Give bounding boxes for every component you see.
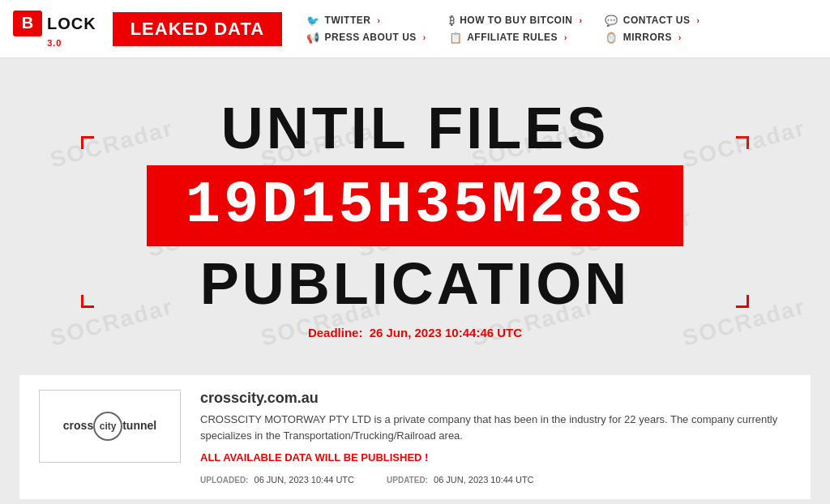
upload-meta: UPLOADED: 06 JUN, 2023 10:44 UTC — [200, 475, 354, 485]
contact-label: CONTACT US — [623, 15, 691, 26]
victim-domain: crosscity.com.au — [200, 390, 791, 407]
main-content: SOCRadarSOCRadarSOCRadarSOCRadarSOCRadar… — [0, 58, 830, 504]
press-label: PRESS ABOUT US — [325, 32, 417, 43]
nav-col-2: ₿ HOW TO BUY BITCOIN › 📋 AFFILIATE RULES… — [444, 12, 588, 46]
mirror-icon: 🪞 — [605, 32, 618, 44]
affiliate-label: AFFILIATE RULES — [467, 32, 558, 43]
nav-item-press[interactable]: 📢 PRESS ABOUT US › — [302, 29, 431, 46]
nav-item-affiliate[interactable]: 📋 AFFILIATE RULES › — [444, 29, 588, 46]
logo-text: LOCK — [47, 15, 96, 32]
updated-value: 06 JUN, 2023 10:44 UTC — [434, 475, 534, 485]
timer-box: 19D15H35M28S — [147, 165, 683, 246]
bitcoin-label: HOW TO BUY BITCOIN — [460, 15, 572, 26]
leaked-data-banner: LEAKED DATA — [113, 12, 282, 46]
bitcoin-arrow: › — [579, 16, 582, 25]
nav-col-3: 💬 CONTACT US › 🪞 MIRRORS › — [600, 12, 704, 46]
nav: 🐦 TWITTER › 📢 PRESS ABOUT US › ₿ HOW TO … — [302, 12, 817, 46]
logo-version: 3.0 — [47, 38, 62, 48]
update-meta: UPDATED: 06 JUN, 2023 10:44 UTC — [387, 475, 534, 485]
nav-col-1: 🐦 TWITTER › 📢 PRESS ABOUT US › — [302, 12, 431, 46]
chat-icon: 💬 — [605, 15, 618, 27]
logo-area: B LOCK 3.0 — [13, 11, 96, 48]
lockbit-logo-icon: B — [13, 11, 42, 36]
nav-item-mirrors[interactable]: 🪞 MIRRORS › — [600, 29, 704, 46]
updated-label: UPDATED: — [387, 476, 428, 485]
victim-meta: UPLOADED: 06 JUN, 2023 10:44 UTC UPDATED… — [200, 475, 791, 485]
twitter-icon: 🐦 — [306, 15, 320, 27]
uploaded-label: UPLOADED: — [200, 476, 248, 485]
uploaded-value: 06 JUN, 2023 10:44 UTC — [255, 475, 355, 485]
mirrors-label: MIRRORS — [623, 32, 672, 43]
logo-box: B LOCK — [13, 11, 96, 36]
contact-arrow: › — [697, 16, 700, 25]
victim-description: CROSSCITY MOTORWAY PTY LTD is a private … — [200, 412, 791, 443]
deadline-label: Deadline: — [308, 326, 363, 340]
header: B LOCK 3.0 LEAKED DATA 🐦 TWITTER › 📢 PRE… — [0, 0, 830, 58]
nav-item-contact[interactable]: 💬 CONTACT US › — [600, 12, 704, 29]
hero-section: UNTIL FILES 19D15H35M28S PUBLICATION Dea… — [0, 58, 830, 375]
document-icon: 📋 — [449, 32, 463, 44]
deadline-text: Deadline: 26 Jun, 2023 10:44:46 UTC — [65, 326, 765, 340]
mirrors-arrow: › — [678, 33, 682, 42]
nav-item-bitcoin[interactable]: ₿ HOW TO BUY BITCOIN › — [444, 12, 588, 29]
victim-info: crosscity.com.au CROSSCITY MOTORWAY PTY … — [200, 390, 791, 485]
until-files-text: UNTIL FILES — [65, 99, 765, 157]
press-arrow: › — [423, 33, 426, 42]
victim-warning: ALL AVAILABLE DATA WILL BE PUBLISHED ! — [200, 451, 791, 463]
publication-text: PUBLICATION — [65, 254, 765, 313]
victim-card: crosscitytunnel crosscity.com.au CROSSCI… — [19, 375, 811, 499]
megaphone-icon: 📢 — [306, 32, 320, 44]
nav-item-twitter[interactable]: 🐦 TWITTER › — [302, 12, 431, 29]
deadline-value: 26 Jun, 2023 10:44:46 UTC — [370, 326, 522, 340]
twitter-label: TWITTER — [325, 15, 371, 26]
victim-logo: crosscitytunnel — [39, 390, 181, 463]
twitter-arrow: › — [377, 16, 380, 25]
countdown-timer: 19D15H35M28S — [186, 177, 644, 235]
affiliate-arrow: › — [564, 33, 567, 42]
svg-text:B: B — [22, 14, 33, 32]
bitcoin-icon: ₿ — [449, 15, 456, 27]
